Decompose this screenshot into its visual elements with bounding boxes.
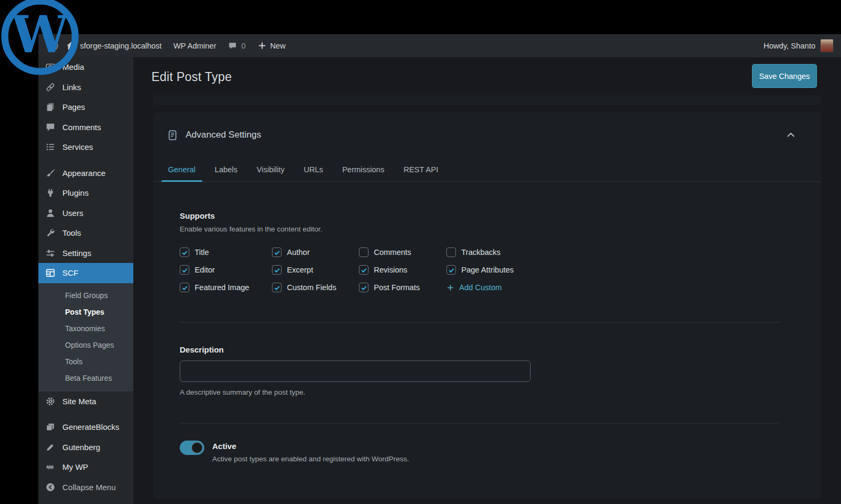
submenu-item-field-groups[interactable]: Field Groups (38, 287, 133, 304)
checkbox-editor[interactable]: Editor (180, 265, 272, 275)
previous-panel-bottom-edge (153, 95, 821, 105)
sidebar-item-comments[interactable]: Comments (38, 117, 133, 138)
sidebar: Media Links Pages Comments Services (38, 57, 133, 504)
tab-labels[interactable]: Labels (209, 158, 244, 181)
scf-icon (45, 268, 55, 278)
checkbox-comments[interactable]: Comments (359, 247, 446, 258)
section-divider (180, 423, 780, 423)
submenu-item-options-pages[interactable]: Options Pages (38, 337, 133, 354)
add-custom-button[interactable]: Add Custom (446, 282, 780, 293)
sidebar-item-scf[interactable]: SCF (38, 263, 133, 283)
wordpress-logo-overlay: W (0, 0, 82, 79)
gear-icon (45, 396, 55, 406)
toggle-knob (191, 442, 203, 453)
save-changes-button[interactable]: Save Changes (752, 64, 817, 88)
plus-icon (258, 41, 267, 50)
checkbox-author[interactable]: Author (272, 247, 359, 258)
sidebar-item-tools[interactable]: Tools (38, 223, 133, 243)
submenu-item-post-types[interactable]: Post Types (38, 304, 133, 321)
checkbox-title[interactable]: Title (180, 247, 272, 258)
active-toggle[interactable] (180, 441, 204, 455)
menu-separator (38, 157, 133, 163)
tab-visibility[interactable]: Visibility (250, 158, 291, 181)
description-help: A descriptive summary of the post type. (180, 388, 531, 396)
description-input[interactable] (180, 361, 531, 382)
checkbox-page-attributes[interactable]: Page Attributes (446, 265, 780, 275)
tools-icon (45, 228, 55, 238)
sidebar-item-my-wp[interactable]: My WP (38, 457, 133, 477)
checkbox-trackbacks[interactable]: Trackbacks (446, 247, 780, 258)
advanced-settings-panel: Advanced Settings General Labels Visibil… (153, 112, 821, 499)
menu-separator (38, 411, 133, 417)
collapse-icon (45, 482, 55, 492)
plugins-icon (45, 188, 55, 198)
generateblocks-icon (45, 422, 55, 432)
sidebar-item-gutenberg[interactable]: Gutenberg (38, 437, 133, 458)
pencil-icon (45, 442, 55, 452)
active-help: Active post types are enabled and regist… (212, 455, 409, 463)
top-gutter (38, 0, 841, 34)
sidebar-item-appearance[interactable]: Appearance (38, 163, 133, 183)
sidebar-item-users[interactable]: Users (38, 203, 133, 223)
plus-icon (446, 284, 454, 292)
comment-bubble-icon (228, 41, 237, 51)
supports-label: Supports (180, 211, 780, 220)
pages-icon (45, 102, 55, 112)
supports-grid: Title Author Comments Trackbacks Editor (180, 247, 780, 293)
links-icon (45, 82, 55, 92)
my-wp-icon (45, 462, 55, 472)
sidebar-item-site-meta[interactable]: Site Meta (38, 391, 133, 412)
appearance-icon (45, 168, 55, 178)
sidebar-item-collapse-menu[interactable]: Collapse Menu (38, 477, 133, 498)
tab-urls[interactable]: URLs (297, 158, 329, 181)
howdy-text[interactable]: Howdy, Shanto (764, 42, 815, 50)
tab-rest-api[interactable]: REST API (397, 158, 445, 181)
checkbox-excerpt[interactable]: Excerpt (272, 265, 359, 275)
sidebar-item-pages[interactable]: Pages (38, 97, 133, 117)
svg-text:W: W (11, 4, 69, 65)
panel-header[interactable]: Advanced Settings (153, 112, 821, 158)
checkbox-revisions[interactable]: Revisions (359, 265, 446, 275)
users-icon (45, 208, 55, 218)
comments-count: 0 (241, 42, 245, 50)
supports-section: Supports Enable various features in the … (180, 211, 780, 293)
collapse-panel-button[interactable] (786, 131, 796, 139)
panel-title: Advanced Settings (186, 130, 261, 140)
main-content: Edit Post Type Save Changes Advanced Set… (133, 57, 841, 504)
page-title: Edit Post Type (151, 70, 232, 84)
settings-icon (45, 248, 55, 258)
comments-bubble[interactable]: 0 (228, 41, 245, 51)
submenu-item-beta-features[interactable]: Beta Features (38, 370, 133, 387)
sidebar-item-settings[interactable]: Settings (38, 243, 133, 263)
comments-icon (45, 122, 55, 132)
active-label: Active (212, 442, 409, 451)
tab-permissions[interactable]: Permissions (336, 158, 391, 181)
section-divider (180, 322, 780, 323)
wordpress-logo-icon: W (0, 0, 82, 79)
sidebar-item-services[interactable]: Services (38, 137, 133, 157)
site-name: sforge-staging.localhost (80, 42, 162, 50)
submenu-item-tools[interactable]: Tools (38, 354, 133, 370)
wp-adminer-link[interactable]: WP Adminer (173, 42, 216, 50)
avatar[interactable] (820, 39, 834, 52)
sidebar-item-links[interactable]: Links (38, 77, 133, 98)
description-label: Description (180, 345, 531, 354)
checkbox-custom-fields[interactable]: Custom Fields (272, 282, 359, 293)
supports-description: Enable various features in the content e… (180, 225, 780, 233)
checkbox-featured-image[interactable]: Featured Image (180, 282, 272, 293)
services-icon (45, 142, 55, 152)
chevron-up-icon (786, 131, 796, 139)
admin-bar: sforge-staging.localhost WP Adminer 0 Ne… (38, 34, 841, 57)
scf-submenu: Field Groups Post Types Taxonomies Optio… (38, 283, 133, 391)
description-section: Description A descriptive summary of the… (180, 345, 531, 396)
new-button[interactable]: New (258, 41, 286, 50)
checkbox-post-formats[interactable]: Post Formats (359, 282, 446, 293)
sidebar-item-plugins[interactable]: Plugins (38, 183, 133, 203)
tab-general[interactable]: General (162, 158, 202, 181)
sidebar-item-generateblocks[interactable]: GenerateBlocks (38, 417, 133, 437)
document-settings-icon (167, 130, 178, 141)
tab-bar: General Labels Visibility URLs Permissio… (153, 158, 821, 182)
submenu-item-taxonomies[interactable]: Taxonomies (38, 321, 133, 337)
active-section: Active Active post types are enabled and… (180, 441, 409, 463)
